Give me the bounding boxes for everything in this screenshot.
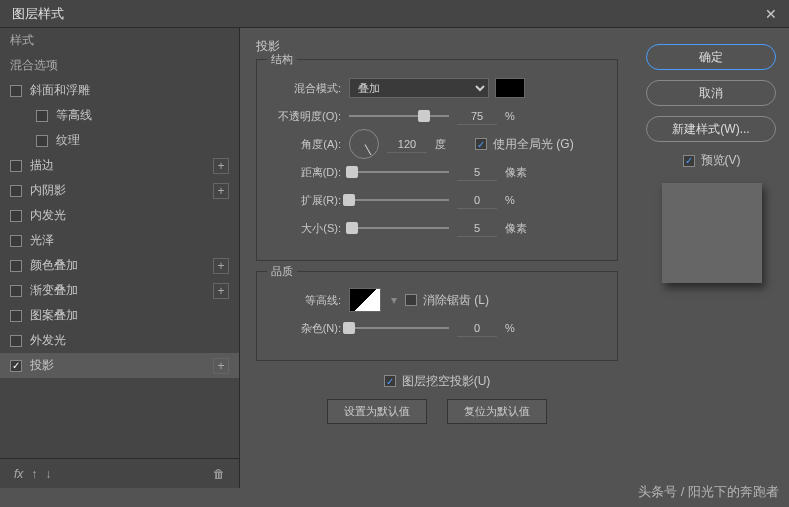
quality-group: 品质 等高线: ▾ 消除锯齿 (L) 杂色(N): % [256, 271, 618, 361]
right-panel: 确定 取消 新建样式(W)... 预览(V) [634, 28, 789, 488]
shadow-color-swatch[interactable] [495, 78, 525, 98]
quality-title: 品质 [267, 264, 297, 279]
noise-value[interactable] [457, 319, 497, 337]
checkbox-icon[interactable] [36, 135, 48, 147]
trash-icon[interactable]: 🗑 [213, 467, 225, 481]
titlebar: 图层样式 ✕ [0, 0, 789, 28]
size-slider[interactable] [349, 227, 449, 229]
sidebar-color-overlay[interactable]: 颜色叠加+ [0, 253, 239, 278]
size-label: 大小(S): [269, 221, 349, 236]
sidebar-gradient-overlay[interactable]: 渐变叠加+ [0, 278, 239, 303]
distance-unit: 像素 [505, 165, 535, 180]
watermark: 头条号 / 阳光下的奔跑者 [638, 483, 779, 501]
spread-slider[interactable] [349, 199, 449, 201]
ok-button[interactable]: 确定 [646, 44, 776, 70]
fx-icon[interactable]: fx [14, 467, 23, 481]
opacity-unit: % [505, 110, 535, 122]
plus-icon[interactable]: + [213, 358, 229, 374]
plus-icon[interactable]: + [213, 158, 229, 174]
plus-icon[interactable]: + [213, 183, 229, 199]
plus-icon[interactable]: + [213, 283, 229, 299]
preview-label: 预览(V) [701, 152, 741, 169]
sidebar-styles[interactable]: 样式 [0, 28, 239, 53]
plus-icon[interactable]: + [213, 258, 229, 274]
contour-label: 等高线: [269, 293, 349, 308]
spread-label: 扩展(R): [269, 193, 349, 208]
global-light-checkbox[interactable] [475, 138, 487, 150]
checkbox-icon[interactable] [36, 110, 48, 122]
knockout-label: 图层挖空投影(U) [402, 373, 491, 390]
sidebar-pattern-overlay[interactable]: 图案叠加 [0, 303, 239, 328]
sidebar-footer: fx ↑ ↓ 🗑 [0, 458, 239, 488]
effects-sidebar: 样式 混合选项 斜面和浮雕 等高线 纹理 描边+ 内阴影+ 内发光 光泽 颜色叠… [0, 28, 240, 488]
checkbox-icon[interactable] [10, 235, 22, 247]
new-style-button[interactable]: 新建样式(W)... [646, 116, 776, 142]
reset-default-button[interactable]: 复位为默认值 [447, 399, 547, 424]
arrow-down-icon[interactable]: ↓ [45, 467, 51, 481]
opacity-slider[interactable] [349, 115, 449, 117]
noise-slider[interactable] [349, 327, 449, 329]
checkbox-icon[interactable] [10, 360, 22, 372]
angle-value[interactable] [387, 135, 427, 153]
distance-label: 距离(D): [269, 165, 349, 180]
sidebar-texture[interactable]: 纹理 [0, 128, 239, 153]
sidebar-blend-options[interactable]: 混合选项 [0, 53, 239, 78]
antialias-checkbox[interactable] [405, 294, 417, 306]
knockout-checkbox[interactable] [384, 375, 396, 387]
blend-mode-select[interactable]: 叠加 [349, 78, 489, 98]
spread-value[interactable] [457, 191, 497, 209]
distance-slider[interactable] [349, 171, 449, 173]
set-default-button[interactable]: 设置为默认值 [327, 399, 427, 424]
angle-label: 角度(A): [269, 137, 349, 152]
checkbox-icon[interactable] [10, 85, 22, 97]
sidebar-satin[interactable]: 光泽 [0, 228, 239, 253]
sidebar-inner-shadow[interactable]: 内阴影+ [0, 178, 239, 203]
sidebar-inner-glow[interactable]: 内发光 [0, 203, 239, 228]
blend-mode-label: 混合模式: [269, 81, 349, 96]
preview-swatch [662, 183, 762, 283]
cancel-button[interactable]: 取消 [646, 80, 776, 106]
checkbox-icon[interactable] [10, 335, 22, 347]
preview-checkbox[interactable] [683, 155, 695, 167]
size-unit: 像素 [505, 221, 535, 236]
checkbox-icon[interactable] [10, 210, 22, 222]
sidebar-outer-glow[interactable]: 外发光 [0, 328, 239, 353]
antialias-label: 消除锯齿 (L) [423, 292, 489, 309]
opacity-value[interactable] [457, 107, 497, 125]
angle-dial[interactable] [349, 129, 379, 159]
sidebar-stroke[interactable]: 描边+ [0, 153, 239, 178]
close-icon[interactable]: ✕ [761, 4, 781, 24]
noise-unit: % [505, 322, 535, 334]
structure-title: 结构 [267, 52, 297, 67]
distance-value[interactable] [457, 163, 497, 181]
size-value[interactable] [457, 219, 497, 237]
angle-unit: 度 [435, 137, 465, 152]
contour-picker[interactable] [349, 288, 381, 312]
noise-label: 杂色(N): [269, 321, 349, 336]
opacity-label: 不透明度(O): [269, 109, 349, 124]
sidebar-contour[interactable]: 等高线 [0, 103, 239, 128]
checkbox-icon[interactable] [10, 310, 22, 322]
structure-group: 结构 混合模式: 叠加 不透明度(O): % 角度(A): [256, 59, 618, 261]
spread-unit: % [505, 194, 535, 206]
checkbox-icon[interactable] [10, 185, 22, 197]
arrow-up-icon[interactable]: ↑ [31, 467, 37, 481]
checkbox-icon[interactable] [10, 285, 22, 297]
settings-content: 投影 结构 混合模式: 叠加 不透明度(O): % 角度(A): [240, 28, 634, 488]
sidebar-drop-shadow[interactable]: 投影+ [0, 353, 239, 378]
panel-title: 投影 [256, 38, 618, 55]
window-title: 图层样式 [12, 5, 64, 23]
checkbox-icon[interactable] [10, 160, 22, 172]
sidebar-bevel-emboss[interactable]: 斜面和浮雕 [0, 78, 239, 103]
checkbox-icon[interactable] [10, 260, 22, 272]
global-light-label: 使用全局光 (G) [493, 136, 574, 153]
